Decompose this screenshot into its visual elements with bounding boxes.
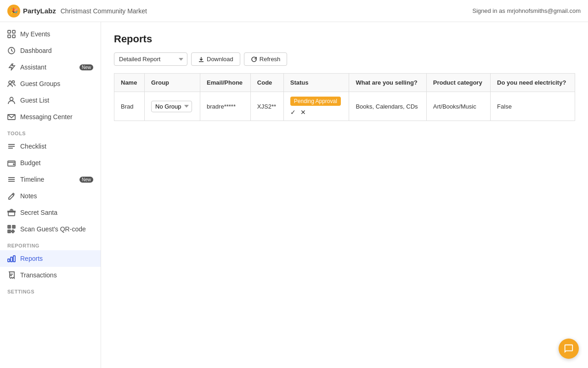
download-button[interactable]: Download: [191, 52, 240, 66]
toolbar: Detailed Report Download Refresh: [114, 52, 575, 66]
sidebar-item-assistant[interactable]: Assistant New: [0, 59, 101, 75]
gift-icon: [7, 208, 16, 217]
sidebar-item-label: Scan Guest's QR-code: [20, 225, 86, 233]
list-icon: [7, 142, 16, 150]
cell-electricity: False: [491, 92, 575, 121]
svg-rect-19: [11, 257, 12, 262]
settings-section-label: Settings: [0, 283, 101, 296]
sidebar-item-label: Messaging Center: [20, 113, 73, 121]
badge-new: New: [79, 64, 93, 70]
logo[interactable]: 🎉 PartyLabz: [7, 5, 56, 17]
sidebar-item-transactions[interactable]: Transactions: [0, 267, 101, 283]
svg-rect-16: [13, 226, 14, 227]
col-electricity: Do you need electricity?: [491, 74, 575, 92]
approve-icon[interactable]: ✓: [290, 109, 296, 116]
cell-status: Pending Approval✓✕: [283, 92, 349, 121]
logo-text: PartyLabz: [23, 7, 56, 15]
status-badge: Pending Approval: [290, 97, 341, 106]
badge-new: New: [79, 177, 93, 183]
sidebar-item-messaging-center[interactable]: Messaging Center: [0, 109, 101, 125]
svg-point-6: [12, 81, 15, 83]
users-icon: [7, 80, 16, 88]
timeline-icon: [7, 175, 16, 184]
bar-chart-icon: [7, 254, 16, 263]
topbar: 🎉 PartyLabz Christmast Community Market …: [0, 0, 588, 22]
sidebar-item-checklist[interactable]: Checklist: [0, 138, 101, 155]
sidebar-item-dashboard[interactable]: Dashboard: [0, 42, 101, 59]
refresh-button[interactable]: Refresh: [244, 52, 288, 66]
cell-code: XJS2**: [250, 92, 283, 121]
main-content: Reports Detailed Report Download Refresh…: [101, 22, 588, 368]
col-name: Name: [114, 74, 145, 92]
col-product-category: Product category: [426, 74, 490, 92]
sidebar-item-scan-qr[interactable]: Scan Guest's QR-code: [0, 221, 101, 237]
person-icon: [7, 96, 16, 104]
sidebar-item-notes[interactable]: Notes: [0, 188, 101, 204]
sidebar-item-guest-list[interactable]: Guest List: [0, 92, 101, 109]
svg-rect-17: [9, 231, 10, 232]
col-group: Group: [145, 74, 200, 92]
receipt-icon: [7, 271, 16, 279]
svg-rect-20: [13, 256, 15, 262]
download-icon: [198, 56, 204, 63]
chat-bubble[interactable]: [559, 339, 579, 359]
sidebar-item-my-events[interactable]: My Events: [0, 26, 101, 42]
col-code: Code: [250, 74, 283, 92]
layout: My Events Dashboard Assistant New Guest …: [0, 22, 588, 368]
page-title: Reports: [114, 33, 575, 45]
svg-rect-15: [9, 226, 10, 227]
circle-icon: [7, 46, 16, 55]
sidebar-item-label: Checklist: [20, 143, 46, 150]
envelope-icon: [7, 113, 16, 121]
sidebar-item-label: Secret Santa: [20, 209, 57, 216]
sidebar-item-guest-groups[interactable]: Guest Groups: [0, 75, 101, 92]
table-row: BradNo Groupbradre*****XJS2**Pending App…: [114, 92, 575, 121]
sidebar-item-label: Guest Groups: [20, 80, 60, 87]
cell-product-category: Art/Books/Music: [426, 92, 490, 121]
col-what-selling: What are you selling?: [349, 74, 426, 92]
svg-rect-1: [12, 30, 15, 33]
event-name: Christmast Community Market: [61, 7, 147, 15]
sidebar-item-label: Reports: [20, 255, 43, 262]
sidebar: My Events Dashboard Assistant New Guest …: [0, 22, 101, 368]
svg-rect-0: [8, 30, 11, 33]
sidebar-item-label: Assistant: [20, 63, 46, 71]
sidebar-item-budget[interactable]: Budget: [0, 155, 101, 171]
svg-rect-18: [8, 259, 10, 262]
svg-rect-2: [8, 35, 11, 38]
svg-rect-3: [12, 35, 15, 38]
edit-icon: [7, 192, 16, 200]
sidebar-item-label: Notes: [20, 192, 37, 200]
report-type-select[interactable]: Detailed Report: [114, 52, 187, 66]
svg-point-7: [10, 98, 13, 101]
sidebar-item-secret-santa[interactable]: Secret Santa: [0, 204, 101, 221]
chat-icon: [564, 344, 574, 354]
reject-icon[interactable]: ✕: [300, 109, 306, 116]
sidebar-item-label: Dashboard: [20, 47, 52, 54]
sidebar-item-timeline[interactable]: Timeline New: [0, 171, 101, 188]
cell-group: No Group: [145, 92, 200, 121]
col-email-phone: Email/Phone: [200, 74, 251, 92]
report-table: Name Group Email/Phone Code Status What …: [114, 73, 575, 121]
sidebar-item-reports[interactable]: Reports: [0, 250, 101, 267]
svg-point-5: [9, 81, 11, 84]
col-status: Status: [283, 74, 349, 92]
grid-icon: [7, 30, 16, 38]
sidebar-item-label: Transactions: [20, 271, 57, 279]
topbar-left: 🎉 PartyLabz Christmast Community Market: [7, 5, 147, 17]
svg-point-10: [13, 164, 14, 165]
signed-in-text: Signed in as mrjohnofsmiths@gmail.com: [472, 7, 581, 14]
logo-icon: 🎉: [7, 5, 20, 17]
sidebar-item-label: Timeline: [20, 176, 44, 183]
sidebar-item-label: My Events: [20, 30, 50, 38]
tools-section-label: Tools: [0, 125, 101, 138]
refresh-label: Refresh: [260, 56, 281, 63]
refresh-icon: [251, 56, 257, 63]
group-select[interactable]: No Group: [151, 101, 192, 112]
cell-email-phone: bradre*****: [200, 92, 251, 121]
reporting-section-label: Reporting: [0, 237, 101, 250]
bolt-icon: [7, 63, 16, 71]
qr-icon: [7, 225, 16, 233]
wallet-icon: [7, 159, 16, 167]
download-label: Download: [207, 56, 233, 63]
